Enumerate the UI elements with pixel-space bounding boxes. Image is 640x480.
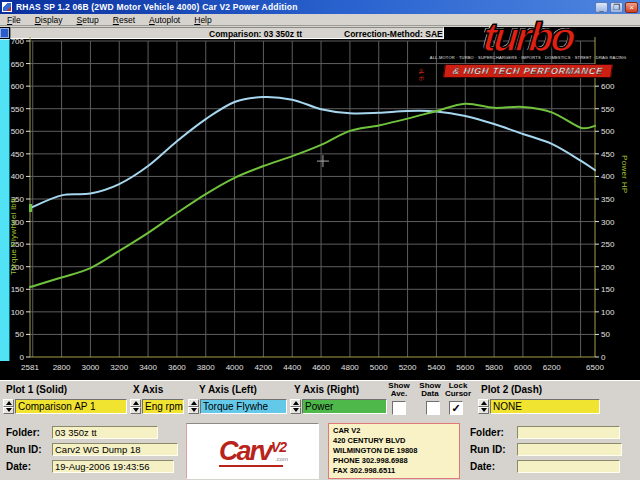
svg-text:450: 450: [601, 150, 615, 159]
svg-text:150: 150: [601, 285, 615, 294]
y-right-spinner[interactable]: [290, 399, 301, 414]
svg-text:6500: 6500: [586, 363, 604, 372]
svg-text:550: 550: [601, 105, 615, 114]
menu-reset[interactable]: Reset: [106, 15, 142, 25]
svg-text:3600: 3600: [168, 363, 186, 372]
turbo-magazine-logo: turbo ALL-MOTOR · TURBO · SUPERCHARGERS …: [416, 20, 640, 78]
y-left-spinner[interactable]: [188, 399, 199, 414]
run-id-label-left: Run ID:: [6, 444, 42, 455]
date-label-left: Date:: [6, 461, 31, 472]
svg-text:150: 150: [11, 285, 25, 294]
lock-cursor-checkbox[interactable]: ✓: [449, 401, 463, 415]
svg-text:650: 650: [11, 60, 25, 69]
lock-cursor-label: LockCursor: [443, 382, 473, 397]
y-right-label: Y Axis (Right): [294, 384, 359, 395]
run-id-field-right[interactable]: [517, 443, 622, 456]
app-icon: [2, 2, 12, 12]
svg-text:4000: 4000: [226, 363, 244, 372]
folder-label-left: Folder:: [6, 427, 40, 438]
menu-help[interactable]: Help: [187, 15, 218, 25]
svg-text:5800: 5800: [485, 363, 503, 372]
svg-text:400: 400: [601, 172, 615, 181]
y-right-select[interactable]: Power: [302, 399, 387, 414]
svg-text:3800: 3800: [197, 363, 215, 372]
shop-street: 420 CENTURY BLVD: [333, 436, 455, 446]
folder-field-left[interactable]: 03 350z tt: [52, 426, 158, 439]
svg-text:5400: 5400: [428, 363, 446, 372]
x-axis-spinner[interactable]: [130, 399, 141, 414]
svg-text:50: 50: [15, 330, 24, 339]
y-left-label: Y Axis (Left): [199, 384, 257, 395]
svg-text:3400: 3400: [139, 363, 157, 372]
app-window: RHAS SP 1.2 06B (2WD Motor Vehicle 4000)…: [0, 0, 640, 480]
svg-text:200: 200: [601, 263, 615, 272]
menu-file[interactable]: File: [0, 15, 28, 25]
menu-display[interactable]: Display: [28, 15, 70, 25]
svg-text:700: 700: [11, 37, 25, 46]
close-button[interactable]: ×: [625, 2, 638, 13]
control-panel: Plot 1 (Solid) X Axis Y Axis (Left) Y Ax…: [0, 380, 640, 480]
plot2-spinner[interactable]: [478, 399, 489, 414]
show-ave-checkbox[interactable]: [392, 401, 406, 415]
svg-text:250: 250: [601, 240, 615, 249]
svg-text:5600: 5600: [456, 363, 474, 372]
svg-text:500: 500: [11, 127, 25, 136]
folder-label-right: Folder:: [470, 427, 504, 438]
menu-autoplot[interactable]: Autoplot: [142, 15, 187, 25]
run-id-label-right: Run ID:: [470, 444, 506, 455]
date-field-right[interactable]: [517, 460, 620, 473]
turbo-wordmark: turbo: [415, 20, 640, 54]
plot2-label: Plot 2 (Dash): [481, 384, 542, 395]
run-start-marker: [29, 204, 32, 212]
svg-text:4200: 4200: [255, 363, 273, 372]
svg-text:600: 600: [11, 82, 25, 91]
y-left-select[interactable]: Torque Flywhe: [200, 399, 287, 414]
maximize-button[interactable]: ❐: [610, 2, 623, 13]
run-id-field-left[interactable]: Carv2 WG Dump 18: [52, 443, 178, 456]
turbo-katakana: ターボ: [416, 63, 425, 77]
shop-address-box: CAR V2 420 CENTURY BLVD WILMINGTON DE 19…: [328, 423, 460, 479]
plot1-select[interactable]: Comparison AP 1: [15, 399, 127, 414]
svg-text:550: 550: [11, 105, 25, 114]
plot1-label: Plot 1 (Solid): [6, 384, 67, 395]
folder-field-right[interactable]: [517, 426, 620, 439]
date-field-left[interactable]: 19-Aug-2006 19:43:56: [52, 460, 174, 473]
svg-text:3200: 3200: [110, 363, 128, 372]
svg-text:4800: 4800: [341, 363, 359, 372]
show-ave-label: ShowAve.: [385, 382, 413, 397]
svg-text:500: 500: [601, 127, 615, 136]
svg-text:300: 300: [601, 218, 615, 227]
title-bar[interactable]: RHAS SP 1.2 06B (2WD Motor Vehicle 4000)…: [0, 0, 640, 14]
svg-text:5000: 5000: [370, 363, 388, 372]
svg-text:5200: 5200: [399, 363, 417, 372]
date-label-right: Date:: [470, 461, 495, 472]
show-data-checkbox[interactable]: [426, 401, 440, 415]
svg-text:6200: 6200: [543, 363, 561, 372]
menu-setup[interactable]: Setup: [70, 15, 106, 25]
show-data-label: ShowData: [416, 382, 444, 397]
x-axis-select[interactable]: Eng rpm: [142, 399, 184, 414]
carv2-logo-box: CarvV2 .com: [186, 423, 319, 479]
minimize-button[interactable]: _: [595, 2, 608, 13]
carv2-logo: CarvV2 .com: [219, 437, 286, 465]
shop-city: WILMINGTON DE 19808: [333, 446, 455, 456]
plot2-select[interactable]: NONE: [490, 399, 600, 414]
x-axis-ticks: 2581280030003200340036003800400042004400…: [21, 363, 604, 372]
svg-text:0: 0: [601, 353, 606, 362]
svg-text:6000: 6000: [514, 363, 532, 372]
right-axis-title: Power HP: [620, 155, 629, 245]
dyno-chart[interactable]: 0501001502002503003504004505005506006507…: [0, 27, 640, 380]
x-axis-label: X Axis: [133, 384, 163, 395]
svg-text:4600: 4600: [312, 363, 330, 372]
svg-text:100: 100: [601, 308, 615, 317]
svg-text:100: 100: [11, 308, 25, 317]
plot1-spinner[interactable]: [3, 399, 14, 414]
right-axis-ticks: 050100150200250300350400450500550600: [595, 82, 615, 362]
shop-name: CAR V2: [333, 426, 455, 436]
svg-text:50: 50: [601, 330, 610, 339]
chart-area: Comparison: 03 350z tt Correction-Method…: [0, 27, 640, 380]
turbo-banner: & HIGH TECH PERFORMANCE: [443, 64, 613, 78]
svg-text:0: 0: [20, 353, 25, 362]
svg-text:600: 600: [601, 82, 615, 91]
svg-text:350: 350: [601, 195, 615, 204]
